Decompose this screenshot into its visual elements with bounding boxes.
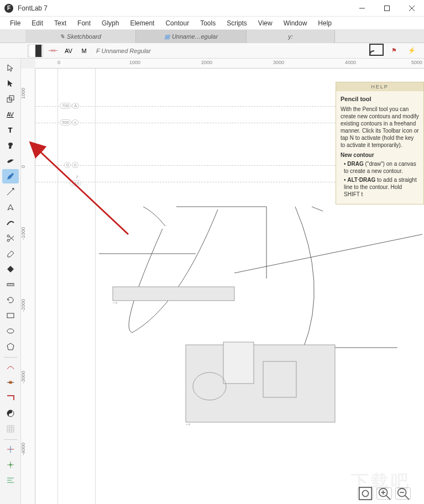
svg-line-42 xyxy=(405,496,409,500)
svg-rect-16 xyxy=(7,313,14,318)
menu-element[interactable]: Element xyxy=(124,19,160,27)
svg-point-11 xyxy=(7,239,9,242)
snap-tool[interactable] xyxy=(2,458,19,472)
polygon-tool[interactable] xyxy=(2,339,19,354)
fill-tool[interactable] xyxy=(2,262,19,276)
tab-sketchboard[interactable]: ✎ Sketchboard xyxy=(25,30,136,43)
rapid-tool[interactable] xyxy=(2,185,19,199)
menu-edit[interactable]: Edit xyxy=(26,19,49,27)
tab-label: Sketchboard xyxy=(67,33,101,40)
tab-label: Unname…egular xyxy=(172,33,218,40)
contour-tool[interactable] xyxy=(2,76,19,91)
watermark: 下载吧 xyxy=(351,470,411,494)
ruler-tool[interactable] xyxy=(2,277,19,292)
bolt-icon[interactable]: ⚡ xyxy=(404,45,420,57)
svg-point-10 xyxy=(7,235,9,237)
tool-palette: AV T xyxy=(0,59,21,504)
element-tool[interactable] xyxy=(2,92,19,106)
rectangle-tool[interactable] xyxy=(2,308,19,323)
menu-text[interactable]: Text xyxy=(49,19,72,27)
paint-tool[interactable] xyxy=(2,154,19,168)
menu-view[interactable]: View xyxy=(253,19,278,27)
text-tool[interactable]: T xyxy=(2,123,19,137)
metrics-toggle[interactable]: ⇥⇤ xyxy=(45,45,61,57)
maximize-button[interactable] xyxy=(374,0,399,17)
corner-tool[interactable] xyxy=(2,391,19,405)
annotation-arrow xyxy=(29,140,139,251)
tab-label: y: xyxy=(288,33,293,40)
eraser-tool[interactable] xyxy=(2,246,19,261)
menubar: File Edit Text Font Glyph Element Contou… xyxy=(0,17,424,30)
help-list-item: • ALT·DRAG to add a straight line to the… xyxy=(344,176,419,198)
svg-rect-30 xyxy=(186,345,335,422)
svg-rect-31 xyxy=(223,342,254,384)
rotate-tool[interactable] xyxy=(2,293,19,307)
window-title: FontLab 7 xyxy=(18,4,48,12)
svg-rect-1 xyxy=(384,6,389,11)
scissors-tool[interactable] xyxy=(2,231,19,245)
titlebar: F FontLab 7 xyxy=(0,0,424,17)
menu-scripts[interactable]: Scripts xyxy=(221,19,253,27)
shading-toggle[interactable] xyxy=(28,45,43,57)
axis-tool[interactable] xyxy=(2,442,19,456)
help-title: Pencil tool xyxy=(341,96,419,102)
flag-icon[interactable]: ⚑ xyxy=(386,45,402,57)
menu-file[interactable]: File xyxy=(4,19,26,27)
horizontal-ruler[interactable]: 0 1000 2000 3000 4000 5000 xyxy=(35,59,424,69)
help-subtitle: New contour xyxy=(341,152,419,158)
help-header: HELP xyxy=(336,82,423,91)
svg-rect-29 xyxy=(113,287,234,301)
kerning-toggle[interactable]: AV xyxy=(61,45,76,57)
tabbar: ✎ Sketchboard ▦ Unname…egular y: xyxy=(0,30,424,43)
menu-contour[interactable]: Contour xyxy=(160,19,195,27)
brush-tool[interactable] xyxy=(2,138,19,153)
yinyang-tool[interactable] xyxy=(2,406,19,421)
tab-extra[interactable]: y: xyxy=(247,30,335,43)
svg-rect-6 xyxy=(370,44,383,55)
metrics-tool[interactable]: AV xyxy=(2,107,19,122)
calligraphy-tool[interactable] xyxy=(2,216,19,230)
top-toolbar: ⇥⇤ AV M F Unnamed Regular ⚑ ⚡ xyxy=(0,43,424,59)
menu-font[interactable]: Font xyxy=(72,19,96,27)
close-button[interactable] xyxy=(399,0,424,17)
help-panel: HELP Pencil tool With the Pencil tool yo… xyxy=(336,82,424,204)
font-indicator: F Unnamed Regular xyxy=(96,48,151,54)
svg-rect-5 xyxy=(29,44,35,56)
cast-icon[interactable] xyxy=(369,45,384,57)
width-toggle[interactable]: M xyxy=(76,45,92,57)
menu-help[interactable]: Help xyxy=(312,19,337,27)
grid-tool[interactable] xyxy=(2,422,19,436)
curve-handle-tool[interactable] xyxy=(2,360,19,374)
ellipse-tool[interactable] xyxy=(2,324,19,338)
pen-tool[interactable] xyxy=(2,200,19,214)
node-tool[interactable] xyxy=(2,375,19,390)
svg-line-34 xyxy=(39,150,128,234)
minimize-button[interactable] xyxy=(349,0,374,17)
svg-line-38 xyxy=(386,496,390,500)
align-tool[interactable] xyxy=(2,473,19,487)
menu-glyph[interactable]: Glyph xyxy=(96,19,124,27)
grid-icon: ▦ xyxy=(164,33,170,40)
window-controls xyxy=(349,0,424,17)
vertical-ruler[interactable]: 1000 0 -1000 -2000 -3000 -4000 xyxy=(21,69,35,504)
help-paragraph: With the Pencil tool you can create new … xyxy=(341,106,419,149)
svg-point-17 xyxy=(7,329,14,333)
tab-glyph[interactable]: ▦ Unname…egular xyxy=(136,30,247,43)
menu-tools[interactable]: Tools xyxy=(195,19,221,27)
select-tool[interactable] xyxy=(2,61,19,75)
help-list-item: • DRAG ("draw") on a canvas to create a … xyxy=(344,160,419,175)
pencil-tool[interactable] xyxy=(2,169,19,183)
menu-window[interactable]: Window xyxy=(278,19,313,27)
app-icon: F xyxy=(4,4,13,13)
sketchboard-icon: ✎ xyxy=(60,33,65,40)
